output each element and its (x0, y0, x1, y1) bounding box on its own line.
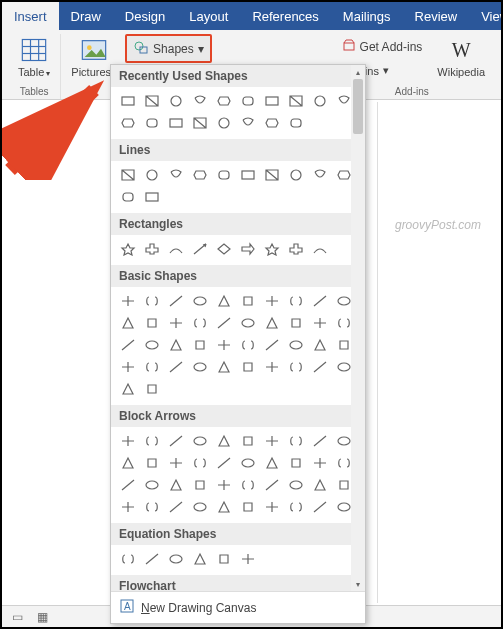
shape-item[interactable] (309, 313, 331, 333)
shape-item[interactable] (141, 187, 163, 207)
tab-layout[interactable]: Layout (177, 2, 240, 30)
shape-item[interactable] (285, 431, 307, 451)
shape-item[interactable] (165, 357, 187, 377)
scroll-down-arrow[interactable]: ▾ (351, 577, 365, 591)
scroll-thumb[interactable] (353, 79, 363, 134)
shape-item[interactable] (189, 239, 211, 259)
shape-item[interactable] (213, 91, 235, 111)
shape-item[interactable] (165, 453, 187, 473)
shape-item[interactable] (213, 497, 235, 517)
shape-item[interactable] (237, 91, 259, 111)
shape-item[interactable] (141, 113, 163, 133)
shape-item[interactable] (189, 497, 211, 517)
shape-item[interactable] (261, 431, 283, 451)
shape-item[interactable] (141, 291, 163, 311)
shape-item[interactable] (309, 91, 331, 111)
shape-item[interactable] (189, 453, 211, 473)
shape-item[interactable] (141, 549, 163, 569)
tab-insert[interactable]: Insert (2, 2, 59, 30)
tab-references[interactable]: References (240, 2, 330, 30)
shape-item[interactable] (117, 549, 139, 569)
shape-item[interactable] (213, 475, 235, 495)
shape-item[interactable] (141, 357, 163, 377)
shape-item[interactable] (141, 335, 163, 355)
shape-item[interactable] (285, 357, 307, 377)
shape-item[interactable] (189, 113, 211, 133)
shape-item[interactable] (165, 431, 187, 451)
shape-item[interactable] (117, 431, 139, 451)
shape-item[interactable] (309, 497, 331, 517)
shape-item[interactable] (117, 91, 139, 111)
shape-item[interactable] (285, 475, 307, 495)
scroll-track[interactable] (351, 79, 365, 577)
shape-item[interactable] (189, 291, 211, 311)
document-area[interactable] (377, 102, 499, 603)
shape-item[interactable] (285, 239, 307, 259)
shape-item[interactable] (117, 165, 139, 185)
shape-item[interactable] (141, 379, 163, 399)
shape-item[interactable] (117, 313, 139, 333)
statusbar-icon-2[interactable]: ▦ (37, 610, 48, 624)
shape-item[interactable] (213, 335, 235, 355)
shape-item[interactable] (165, 165, 187, 185)
table-button[interactable]: Table▾ (14, 34, 54, 80)
shape-item[interactable] (237, 113, 259, 133)
shape-item[interactable] (261, 475, 283, 495)
shape-item[interactable] (213, 165, 235, 185)
shapes-button[interactable]: Shapes ▾ (125, 34, 212, 63)
shape-item[interactable] (189, 357, 211, 377)
shape-item[interactable] (285, 91, 307, 111)
shape-item[interactable] (285, 113, 307, 133)
shape-item[interactable] (141, 497, 163, 517)
shape-item[interactable] (165, 549, 187, 569)
shape-item[interactable] (117, 475, 139, 495)
shape-item[interactable] (237, 313, 259, 333)
new-drawing-canvas[interactable]: A New Drawing Canvas (111, 591, 365, 623)
shape-item[interactable] (117, 291, 139, 311)
dropdown-scrollbar[interactable]: ▴ ▾ (351, 65, 365, 591)
shape-item[interactable] (309, 453, 331, 473)
tab-design[interactable]: Design (113, 2, 177, 30)
shape-item[interactable] (261, 453, 283, 473)
get-addins-button[interactable]: Get Add-ins (335, 34, 430, 59)
shape-item[interactable] (141, 475, 163, 495)
shape-item[interactable] (141, 453, 163, 473)
shape-item[interactable] (237, 453, 259, 473)
shape-item[interactable] (213, 549, 235, 569)
shape-item[interactable] (213, 431, 235, 451)
shape-item[interactable] (285, 165, 307, 185)
shape-item[interactable] (117, 379, 139, 399)
shape-item[interactable] (213, 313, 235, 333)
shape-item[interactable] (165, 497, 187, 517)
shape-item[interactable] (165, 335, 187, 355)
shape-item[interactable] (237, 475, 259, 495)
shape-item[interactable] (141, 239, 163, 259)
shape-item[interactable] (165, 239, 187, 259)
scroll-up-arrow[interactable]: ▴ (351, 65, 365, 79)
shape-item[interactable] (237, 549, 259, 569)
shape-item[interactable] (189, 313, 211, 333)
shape-item[interactable] (141, 91, 163, 111)
shape-item[interactable] (213, 239, 235, 259)
shape-item[interactable] (309, 239, 331, 259)
tab-mailings[interactable]: Mailings (331, 2, 403, 30)
shape-item[interactable] (309, 431, 331, 451)
shape-item[interactable] (261, 313, 283, 333)
shape-item[interactable] (261, 91, 283, 111)
shape-item[interactable] (165, 475, 187, 495)
shape-item[interactable] (141, 313, 163, 333)
shape-item[interactable] (261, 165, 283, 185)
shape-item[interactable] (285, 497, 307, 517)
shape-item[interactable] (117, 239, 139, 259)
statusbar-icon-1[interactable]: ▭ (12, 610, 23, 624)
shape-item[interactable] (189, 549, 211, 569)
shape-item[interactable] (117, 497, 139, 517)
shape-item[interactable] (237, 291, 259, 311)
tab-view[interactable]: View (469, 2, 503, 30)
shape-item[interactable] (237, 165, 259, 185)
shape-item[interactable] (213, 113, 235, 133)
shape-item[interactable] (237, 239, 259, 259)
shape-item[interactable] (309, 291, 331, 311)
shape-item[interactable] (213, 291, 235, 311)
shape-item[interactable] (189, 335, 211, 355)
